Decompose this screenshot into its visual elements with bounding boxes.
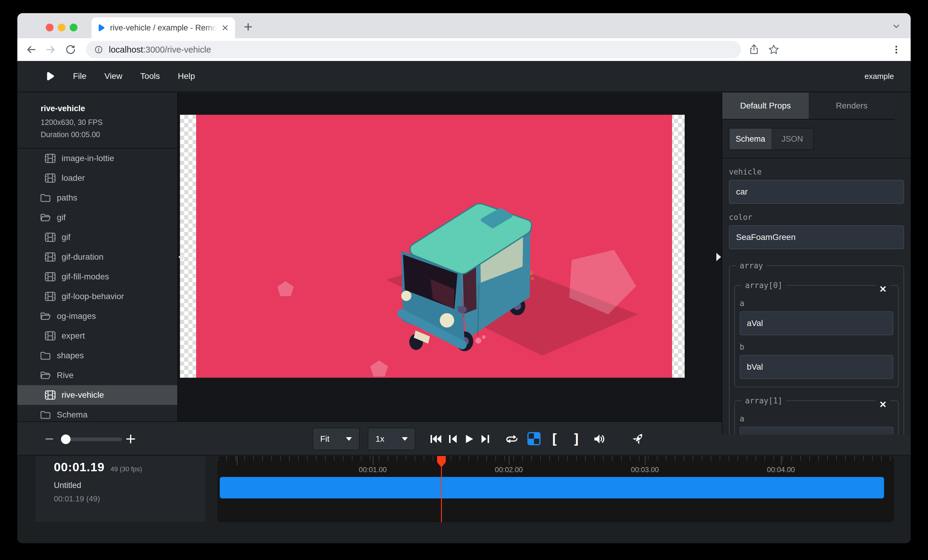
playhead-handle[interactable] — [437, 456, 446, 467]
track-name: Untitled — [54, 481, 205, 490]
minimize-window-button[interactable] — [58, 24, 66, 31]
zoom-slider[interactable] — [62, 437, 122, 441]
array-1-label: array[1] — [742, 396, 786, 405]
forward-button[interactable] — [44, 43, 57, 56]
browser-tab[interactable]: rive-vehicle / example - Remot — [92, 17, 235, 38]
film-icon — [45, 390, 56, 400]
sidebar-item-gif-fill-modes[interactable]: gif-fill-modes — [17, 267, 177, 286]
folder-closed-icon — [40, 193, 51, 202]
render-rocket-icon[interactable] — [632, 432, 646, 446]
menu-view[interactable]: View — [104, 72, 122, 81]
sidebar-folder-gif[interactable]: gif — [17, 208, 177, 227]
film-icon — [45, 292, 56, 301]
url-host: localhost — [109, 45, 143, 55]
timeline-ruler[interactable]: 00:01.00 00:02.00 00:03.00 00:04.00 — [217, 456, 894, 522]
ruler-label-1s: 00:01.00 — [359, 466, 386, 474]
sidebar-item-gif-duration[interactable]: gif-duration — [17, 247, 177, 267]
back-button[interactable] — [24, 43, 38, 56]
transparency-checkerboard-toggle[interactable] — [527, 432, 540, 445]
fit-dropdown[interactable]: Fit — [313, 428, 360, 450]
zoom-out-button[interactable] — [43, 432, 56, 446]
vehicle-illustration — [180, 115, 685, 378]
browser-window: rive-vehicle / example - Remot localhost… — [17, 13, 911, 543]
array-1-a-input[interactable] — [740, 427, 893, 435]
reload-button[interactable] — [64, 43, 77, 56]
close-window-button[interactable] — [46, 24, 53, 31]
menu-tools[interactable]: Tools — [140, 72, 160, 81]
array-1-remove-icon[interactable]: ✕ — [876, 399, 890, 410]
film-icon — [45, 272, 56, 282]
film-icon — [45, 173, 56, 183]
composition-preview — [180, 115, 685, 378]
composition-duration: Duration 00:05.00 — [41, 130, 171, 139]
browser-toolbar: localhost:3000/rive-vehicle — [17, 38, 911, 61]
props-panel: Default Props Renders Schema JSON vehicl… — [722, 93, 911, 435]
bookmark-star-icon[interactable] — [767, 43, 780, 56]
main-area: rive-vehicle 1200x630, 30 FPS Duration 0… — [17, 93, 911, 422]
composition-resolution: 1200x630, 30 FPS — [41, 118, 171, 127]
ruler-major-tick — [373, 456, 373, 465]
vehicle-field-input[interactable] — [729, 180, 904, 204]
array-0-a-label: a — [740, 299, 893, 308]
ruler-major-tick — [781, 456, 781, 465]
zoom-in-button[interactable] — [124, 432, 137, 446]
ruler-label-3s: 00:03.00 — [631, 466, 659, 474]
collapse-right-panel-handle[interactable] — [716, 253, 721, 261]
zoom-slider-thumb[interactable] — [61, 435, 70, 444]
track-timecode: 00:01.19 (49) — [54, 494, 205, 504]
array-0-remove-icon[interactable]: ✕ — [876, 284, 890, 295]
menu-file[interactable]: File — [73, 72, 86, 81]
site-info-icon[interactable] — [94, 45, 104, 55]
fullscreen-window-button[interactable] — [70, 24, 78, 31]
url-bar[interactable]: localhost:3000/rive-vehicle — [86, 41, 741, 58]
menu-help[interactable]: Help — [178, 72, 195, 81]
sidebar-folder-paths[interactable]: paths — [17, 188, 177, 208]
new-tab-button[interactable] — [242, 21, 254, 33]
toggle-schema[interactable]: Schema — [730, 128, 771, 149]
sidebar-item-rive-vehicle[interactable]: rive-vehicle — [17, 385, 177, 405]
array-1-fieldset: array[1] ✕ a b — [734, 396, 899, 435]
tab-strip: rive-vehicle / example - Remot — [17, 13, 911, 38]
toggle-json[interactable]: JSON — [771, 128, 813, 149]
color-field-label: color — [729, 213, 904, 222]
in-point-button[interactable]: [ — [547, 432, 562, 446]
out-point-button[interactable]: ] — [569, 432, 584, 446]
array-fieldset: array array[0] ✕ a b array[1] ✕ a — [729, 261, 904, 435]
jump-to-start-button[interactable] — [429, 432, 443, 446]
playback-rate-dropdown[interactable]: 1x — [368, 428, 415, 450]
next-frame-button[interactable] — [478, 432, 493, 446]
sidebar-folder-shapes[interactable]: shapes — [17, 346, 177, 365]
sidebar-item-gif[interactable]: gif — [17, 227, 177, 247]
sidebar-item-expert[interactable]: expert — [17, 326, 177, 346]
tab-search-chevron-icon[interactable] — [891, 21, 902, 32]
remotion-logo-icon[interactable] — [45, 71, 55, 81]
ruler-label-2s: 00:02.00 — [495, 466, 523, 474]
volume-icon[interactable] — [592, 432, 606, 446]
share-icon[interactable] — [748, 43, 760, 56]
array-0-b-input[interactable] — [740, 355, 893, 379]
tab-close-icon[interactable] — [221, 23, 230, 32]
folder-closed-icon — [40, 351, 51, 361]
folder-closed-icon — [40, 410, 51, 420]
tab-renders[interactable]: Renders — [809, 93, 895, 119]
previous-frame-button[interactable] — [446, 432, 460, 446]
current-timecode: 00:01.19 — [54, 460, 105, 474]
composition-name: rive-vehicle — [41, 104, 171, 113]
sidebar-folder-rive[interactable]: Rive — [17, 365, 177, 385]
play-button[interactable] — [462, 432, 476, 446]
color-field-input[interactable] — [729, 225, 904, 249]
sidebar-folder-og-images[interactable]: og-images — [17, 306, 177, 326]
loop-toggle-icon[interactable] — [505, 432, 519, 446]
browser-menu-icon[interactable] — [890, 43, 903, 56]
vehicle-field-label: vehicle — [729, 167, 904, 176]
tab-default-props[interactable]: Default Props — [722, 93, 809, 119]
folder-open-icon — [40, 213, 51, 222]
ruler-major-tick — [509, 456, 510, 465]
film-icon — [45, 331, 56, 341]
sidebar-item-gif-loop-behavior[interactable]: gif-loop-behavior — [17, 286, 177, 306]
sidebar-item-image-in-lottie[interactable]: image-in-lottie — [17, 149, 177, 168]
timeline-track-bar[interactable] — [220, 477, 884, 498]
sidebar-item-loader[interactable]: loader — [17, 168, 177, 188]
array-0-a-input[interactable] — [740, 311, 893, 335]
collapse-left-panel-handle[interactable] — [179, 253, 183, 261]
